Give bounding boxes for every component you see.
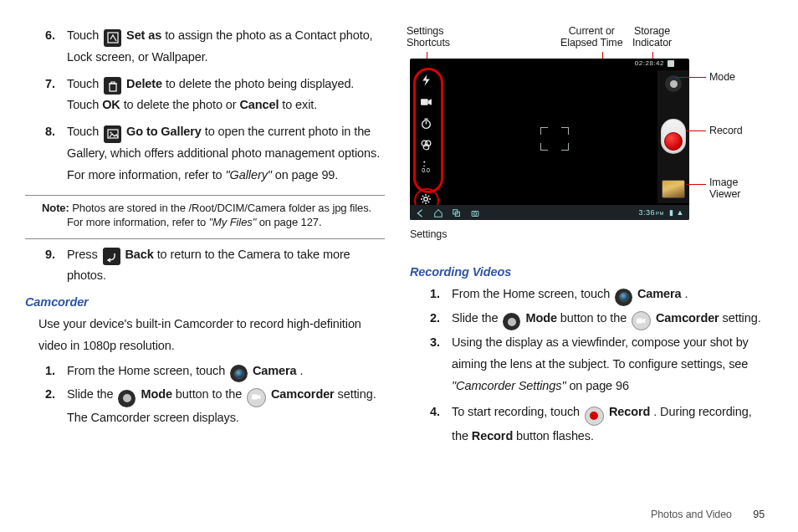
note-block: Note: Photos are stored in the /Root/DCI… — [25, 201, 385, 230]
camcorder-diagram: SettingsShortcuts Current orElapsed Time… — [410, 25, 770, 240]
callout-elapsed-time: Current orElapsed Time — [560, 25, 623, 49]
mode-off-icon — [503, 313, 520, 330]
mode-camcorder-icon — [247, 388, 266, 407]
camcorder-intro: Use your device's built-in Camcorder to … — [38, 314, 385, 357]
cam-step-1: 1. From the Home screen, touch Camera . — [25, 361, 385, 383]
step-num: 9. — [25, 244, 67, 288]
camera-icon — [615, 289, 632, 306]
callout-settings: Settings — [410, 228, 770, 240]
rec-step-3: 3. Using the display as a viewfinder, co… — [410, 332, 770, 396]
rec-step-1: 1. From the Home screen, touch Camera . — [410, 284, 770, 306]
nav-screenshot-icon[interactable] — [470, 208, 480, 217]
callout-settings-shortcuts: SettingsShortcuts — [407, 25, 450, 49]
set-as-icon — [104, 29, 121, 47]
step-7: 7. Touch Delete to delete the photo bein… — [25, 74, 385, 117]
status-bar: 02:28:42 — [633, 59, 689, 68]
storage-indicator-icon — [668, 60, 674, 67]
divider — [25, 195, 385, 196]
record-dot-icon — [664, 132, 683, 151]
step-num: 7. — [25, 74, 67, 117]
record-button[interactable] — [661, 119, 686, 154]
record-icon — [585, 407, 604, 426]
step-9: 9. Press Back to return to the Camera to… — [25, 244, 385, 288]
camera-icon — [230, 365, 248, 382]
heading-recording-videos: Recording Videos — [410, 265, 770, 279]
nav-recent-icon[interactable] — [452, 208, 462, 217]
nav-bar: 3:36PM ▮ ▲ — [410, 205, 689, 220]
step-num: 8. — [25, 121, 67, 186]
callout-record: Record — [709, 125, 743, 136]
image-viewer-thumbnail[interactable] — [662, 180, 685, 198]
mode-off-icon — [118, 390, 136, 407]
shortcuts-highlight-oval — [413, 68, 443, 193]
focus-brackets — [540, 127, 569, 151]
back-icon — [103, 248, 120, 265]
nav-home-icon[interactable] — [433, 208, 443, 217]
page-footer: Photos and Video 95 — [651, 509, 765, 520]
delete-icon — [104, 77, 121, 95]
callout-mode: Mode — [709, 71, 735, 83]
cam-step-2: 2. Slide the Mode button to the Camcorde… — [25, 384, 385, 428]
rec-step-4: 4. To start recording, touch Record . Du… — [410, 402, 770, 447]
callout-image-viewer: ImageViewer — [709, 176, 740, 201]
right-controls-panel — [657, 70, 689, 203]
rec-step-2: 2. Slide the Mode button to the Camcorde… — [410, 308, 770, 331]
step-8: 8. Touch Go to Gallery to open the curre… — [25, 121, 385, 186]
heading-camcorder: Camcorder — [25, 295, 385, 309]
divider — [25, 238, 385, 239]
step-6: 6. Touch Set as to assign the photo as a… — [25, 25, 385, 69]
gallery-icon — [104, 125, 121, 143]
elapsed-time-indicator: 02:28:42 — [635, 59, 664, 67]
camcorder-screenshot: 02:28:42 0.0 — [410, 59, 689, 220]
nav-back-icon[interactable] — [415, 208, 425, 217]
callout-storage: StorageIndicator — [632, 25, 672, 49]
left-column: 6. Touch Set as to assign the photo as a… — [25, 25, 385, 524]
system-time: 3:36PM ▮ ▲ — [639, 208, 684, 217]
page-number: 95 — [753, 509, 765, 520]
mode-button[interactable] — [665, 75, 682, 92]
step-num: 6. — [25, 25, 67, 69]
mode-camcorder-icon — [632, 311, 651, 330]
right-column: SettingsShortcuts Current orElapsed Time… — [410, 25, 770, 524]
